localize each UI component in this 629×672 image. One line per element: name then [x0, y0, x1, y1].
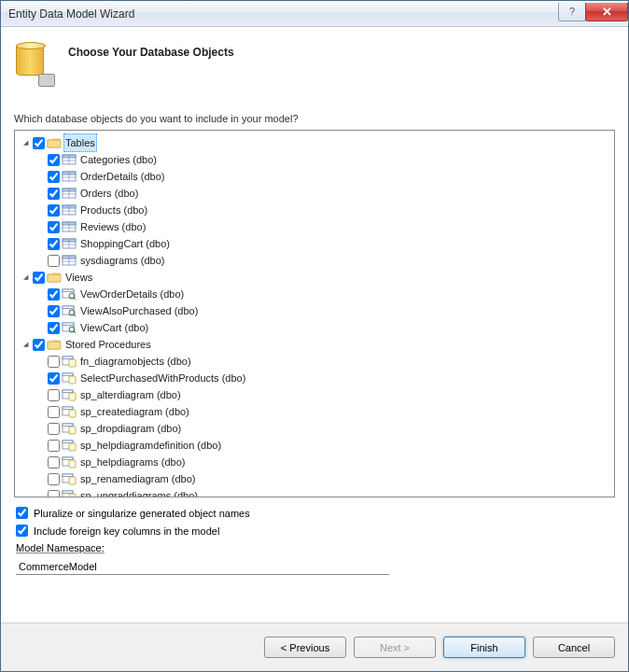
tree-group-label: Tables	[63, 133, 97, 152]
tree-node-table[interactable]: ▸sysdiagrams (dbo)	[35, 252, 612, 269]
tree-checkbox[interactable]	[48, 356, 60, 368]
database-icon	[14, 42, 55, 87]
expander-icon[interactable]: ◢	[21, 138, 31, 148]
tree-checkbox[interactable]	[48, 490, 60, 498]
tree-checkbox[interactable]	[48, 406, 60, 418]
svg-rect-57	[69, 443, 76, 451]
tree-node-stored-procedure[interactable]: ▸sp_helpdiagramdefinition (dbo)	[35, 437, 612, 454]
tree-node-table[interactable]: ▸ShoppingCart (dbo)	[35, 235, 612, 252]
tree-checkbox[interactable]	[48, 154, 60, 166]
tree-node-label: Categories (dbo)	[78, 151, 159, 168]
tree-node-view[interactable]: ▸ViewAlsoPurchased (dbo)	[35, 302, 612, 319]
prompt-text: Which database objects do you want to in…	[14, 113, 615, 124]
table-icon	[62, 237, 77, 250]
namespace-label: Model Namespace:	[16, 542, 613, 553]
folder-icon	[47, 338, 62, 351]
svg-rect-56	[63, 441, 73, 443]
close-button[interactable]: ✕	[585, 3, 628, 21]
titlebar[interactable]: Entity Data Model Wizard ? ✕	[1, 1, 628, 27]
svg-rect-62	[63, 474, 73, 477]
window-title: Entity Data Model Wizard	[8, 7, 559, 21]
stored-procedure-icon	[62, 472, 77, 485]
tree-node-label: VewOrderDetails (dbo)	[78, 286, 186, 302]
tree-node-stored-procedure[interactable]: ▸sp_dropdiagram (dbo)	[35, 420, 612, 437]
help-button[interactable]: ?	[558, 3, 586, 21]
tree-node-table[interactable]: ▸Categories (dbo)	[35, 151, 612, 168]
tree-node-label: sysdiagrams (dbo)	[78, 252, 166, 269]
tree-node-view[interactable]: ▸VewOrderDetails (dbo)	[35, 286, 612, 302]
tree-checkbox[interactable]	[48, 389, 60, 401]
namespace-input[interactable]	[16, 559, 389, 575]
tree-checkbox[interactable]	[48, 221, 60, 233]
pluralize-checkbox[interactable]	[16, 507, 28, 519]
tree-node-table[interactable]: ▸Orders (dbo)	[35, 185, 612, 202]
svg-rect-53	[63, 424, 73, 427]
tree-checkbox[interactable]	[48, 372, 60, 385]
tree-checkbox[interactable]	[48, 322, 60, 334]
tree-node-stored-procedure[interactable]: ▸sp_upgraddiagrams (dbo)	[35, 487, 612, 497]
tree-node-label: ViewCart (dbo)	[78, 319, 150, 336]
tree-checkbox[interactable]	[33, 272, 45, 284]
tree-node-label: sp_dropdiagram (dbo)	[78, 420, 183, 437]
tree-node-view[interactable]: ▸ViewCart (dbo)	[35, 319, 612, 336]
cancel-button[interactable]: Cancel	[533, 637, 615, 658]
folder-icon	[47, 271, 62, 284]
svg-rect-33	[63, 306, 74, 309]
svg-line-31	[74, 298, 76, 300]
pluralize-option[interactable]: Pluralize or singularize generated objec…	[16, 507, 613, 519]
tree-node-label: sp_creatediagram (dbo)	[78, 403, 191, 420]
tree-group-stored-procedures[interactable]: ◢Stored Procedures	[21, 336, 612, 353]
wizard-window: Entity Data Model Wizard ? ✕ Choose Your…	[0, 0, 629, 672]
tree-checkbox[interactable]	[48, 288, 60, 301]
tree-node-label: sp_alterdiagram (dbo)	[78, 386, 183, 403]
stored-procedure-icon	[62, 455, 77, 469]
tree-node-label: fn_diagramobjects (dbo)	[78, 353, 193, 370]
tree-node-stored-procedure[interactable]: ▸sp_creatediagram (dbo)	[35, 403, 612, 420]
previous-button[interactable]: < Previous	[264, 637, 346, 658]
svg-rect-63	[69, 477, 76, 484]
tree-node-label: Products (dbo)	[78, 202, 149, 218]
tree-node-label: SelectPurchasedWithProducts (dbo)	[78, 370, 247, 386]
tree-node-table[interactable]: ▸Products (dbo)	[35, 202, 612, 218]
tree-node-stored-procedure[interactable]: ▸fn_diagramobjects (dbo)	[35, 353, 612, 370]
tree-node-stored-procedure[interactable]: ▸SelectPurchasedWithProducts (dbo)	[35, 370, 612, 386]
svg-line-35	[74, 315, 76, 316]
tree-group-views[interactable]: ◢Views	[21, 269, 612, 286]
tree-checkbox[interactable]	[48, 188, 60, 200]
svg-rect-65	[63, 491, 73, 494]
foreign-keys-option[interactable]: Include foreign key columns in the model	[16, 525, 613, 537]
tree-node-label: sp_helpdiagrams (dbo)	[78, 454, 188, 470]
expander-icon[interactable]: ◢	[21, 273, 31, 283]
svg-rect-50	[63, 407, 73, 410]
tree-checkbox[interactable]	[48, 255, 60, 267]
tree-checkbox[interactable]	[33, 137, 45, 149]
tree-checkbox[interactable]	[33, 339, 45, 351]
tree-node-stored-procedure[interactable]: ▸sp_alterdiagram (dbo)	[35, 386, 612, 403]
tree-checkbox[interactable]	[48, 473, 60, 485]
tree-group-tables[interactable]: ◢Tables	[21, 134, 612, 151]
tree-checkbox[interactable]	[48, 238, 60, 250]
page-heading: Choose Your Database Objects	[68, 42, 234, 59]
objects-tree[interactable]: ◢Tables▸Categories (dbo)▸OrderDetails (d…	[14, 130, 615, 497]
tree-checkbox[interactable]	[48, 204, 60, 217]
titlebar-buttons: ? ✕	[559, 3, 628, 21]
svg-rect-29	[63, 289, 74, 292]
tree-node-label: ViewAlsoPurchased (dbo)	[78, 302, 200, 319]
tree-checkbox[interactable]	[48, 440, 60, 452]
tree-node-stored-procedure[interactable]: ▸sp_helpdiagrams (dbo)	[35, 454, 612, 470]
tree-checkbox[interactable]	[48, 305, 60, 317]
finish-button[interactable]: Finish	[443, 637, 525, 658]
foreign-keys-label: Include foreign key columns in the model	[34, 525, 219, 537]
tree-node-table[interactable]: ▸Reviews (dbo)	[35, 218, 612, 235]
tree-checkbox[interactable]	[48, 423, 60, 435]
tree-node-stored-procedure[interactable]: ▸sp_renamediagram (dbo)	[35, 470, 612, 487]
view-icon	[62, 304, 77, 317]
tree-checkbox[interactable]	[48, 456, 60, 469]
tree-node-label: Reviews (dbo)	[78, 218, 147, 235]
svg-rect-60	[69, 460, 76, 468]
tree-node-label: Orders (dbo)	[78, 185, 140, 202]
foreign-keys-checkbox[interactable]	[16, 525, 28, 537]
expander-icon[interactable]: ◢	[21, 340, 31, 350]
tree-checkbox[interactable]	[48, 171, 60, 183]
tree-node-table[interactable]: ▸OrderDetails (dbo)	[35, 168, 612, 185]
